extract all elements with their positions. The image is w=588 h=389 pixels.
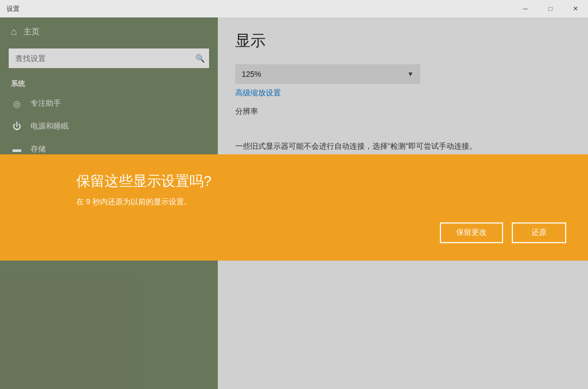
- app-container: ⌂ 主页 🔍 系统 ◎ 专注助手 ⏻ 电源和睡眠 ▬ 存储 ⬜ 平板模式 ⧉: [0, 17, 588, 389]
- keep-changes-button[interactable]: 保留更改: [440, 222, 503, 243]
- window-controls: ─ □ ✕: [513, 0, 588, 17]
- maximize-button[interactable]: □: [538, 0, 563, 17]
- app-title: 设置: [7, 4, 20, 14]
- keep-settings-dialog: 保留这些显示设置吗? 在 9 秒内还原为以前的显示设置。 保留更改 还原: [0, 154, 588, 260]
- revert-button[interactable]: 还原: [512, 222, 566, 243]
- titlebar: 设置 ─ □ ✕: [0, 0, 588, 17]
- dialog-buttons: 保留更改 还原: [76, 222, 566, 243]
- dialog-title: 保留这些显示设置吗?: [76, 172, 566, 191]
- minimize-button[interactable]: ─: [513, 0, 538, 17]
- close-button[interactable]: ✕: [563, 0, 588, 17]
- dialog-message: 在 9 秒内还原为以前的显示设置。: [76, 197, 566, 207]
